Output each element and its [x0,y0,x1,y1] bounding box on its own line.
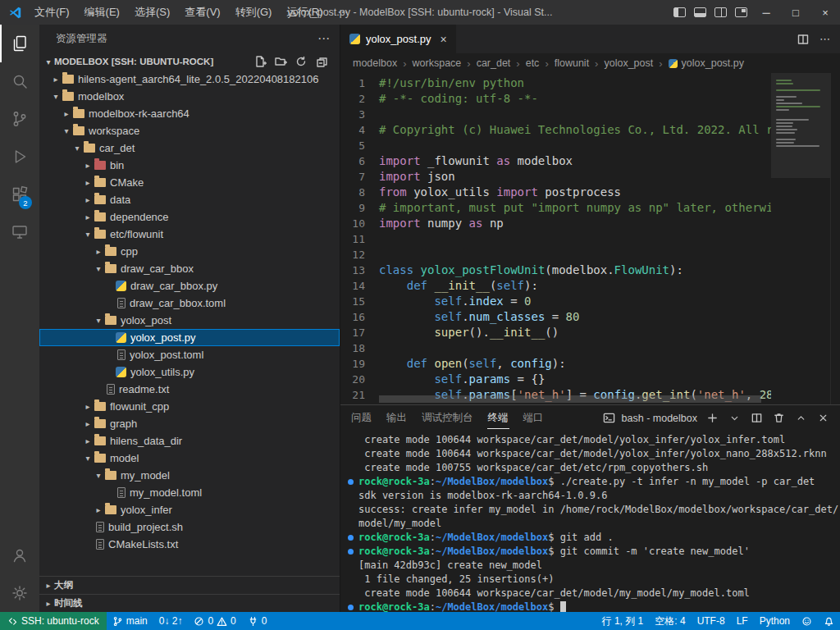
tree-item-cpp[interactable]: ▸cpp [39,243,340,260]
explorer-section-header[interactable]: ▾ MODELBOX [SSH: UBUNTU-ROCK] [39,52,340,71]
indentation[interactable]: 空格: 4 [649,612,691,630]
tree-item-draw-car-bbox-py[interactable]: draw_car_bbox.py [39,277,340,294]
new-terminal-icon[interactable] [705,411,719,426]
menu-view[interactable]: 查看(V) [177,0,227,25]
customize-layout-icon[interactable] [735,7,747,17]
code-line[interactable]: 13class yolox_postFlowUnit(modelbox.Flow… [340,262,771,278]
maximize-panel-icon[interactable] [793,411,808,426]
code-line[interactable]: 6import _flowunit as modelbox [340,153,771,169]
more-actions-icon[interactable]: ⋯ [819,33,830,45]
split-editor-icon[interactable] [797,33,810,46]
code-line[interactable]: 5 [340,138,771,153]
tree-item-draw-car-bbox[interactable]: ▾draw_car_bbox [39,260,340,277]
menu-go[interactable]: 转到(G) [228,0,280,25]
breadcrumb-item[interactable]: modelbox [353,57,397,69]
close-tab-icon[interactable]: × [441,33,447,46]
tree-item-car-det[interactable]: ▾car_det [39,139,340,157]
sync-indicator[interactable]: 0↓ 2↑ [153,612,189,630]
menu-file[interactable]: 文件(F) [27,0,77,25]
code-line[interactable]: 15 self.index = 0 [340,294,771,309]
tree-item-hilens-data-dir[interactable]: ▸hilens_data_dir [39,432,340,450]
tree-item-draw-car-bbox-toml[interactable]: draw_car_bbox.toml [39,294,340,312]
breadcrumb-item[interactable]: workspace [413,57,462,69]
menu-selection[interactable]: 选择(S) [127,0,177,25]
code-editor[interactable]: 1#!/usr/bin/env python2# -*- coding: utf… [340,73,840,404]
timeline-section[interactable]: ▸ 时间线 [39,594,340,612]
kill-terminal-icon[interactable] [771,411,786,426]
collapse-all-icon[interactable] [315,55,328,68]
tree-item-workspace[interactable]: ▾workspace [39,122,340,139]
tree-item-readme-txt[interactable]: readme.txt [39,381,340,398]
minimap[interactable] [771,73,830,404]
new-folder-icon[interactable] [274,55,287,68]
close-panel-icon[interactable] [815,411,830,426]
tree-item-my-model[interactable]: ▾my_model [39,467,340,484]
horizontal-scrollbar[interactable] [379,395,761,403]
tree-item-flowunit-cpp[interactable]: ▸flowunit_cpp [39,398,340,415]
tree-item-bin[interactable]: ▸bin [39,157,340,174]
explorer-icon[interactable] [0,25,39,62]
search-icon[interactable] [0,62,39,100]
tab-debug-console[interactable]: 调试控制台 [421,407,474,429]
tree-item-modelbox-rk-aarch64[interactable]: ▸modelbox-rk-aarch64 [39,105,340,122]
tree-item-yolox-infer[interactable]: ▸yolox_infer [39,501,340,518]
code-line[interactable]: 20 self.params = {} [340,372,771,387]
code-line[interactable]: 12 [340,247,771,262]
command-decoration-icon[interactable] [348,605,354,610]
tree-item-data[interactable]: ▸data [39,191,340,208]
terminal-picker[interactable]: bash - modelbox [602,411,697,426]
code-line[interactable]: 7import json [340,169,771,185]
tab-ports[interactable]: 端口 [523,407,545,429]
tree-item-cmake[interactable]: ▸CMake [39,174,340,191]
code-line[interactable]: 2# -*- coding: utf-8 -*- [340,91,771,107]
source-control-icon[interactable] [0,100,39,138]
code-line[interactable]: 11 [340,231,771,247]
tree-item-yolox-post[interactable]: ▾yolox_post [39,312,340,329]
remote-explorer-icon[interactable] [0,213,39,251]
breadcrumb-item[interactable]: car_det [477,57,511,69]
terminal-output[interactable]: create mode 100644 workspace/car_det/mod… [340,431,840,612]
tree-item-dependence[interactable]: ▸dependence [39,208,340,226]
tree-item-etc-flowunit[interactable]: ▾etc/flowunit [39,226,340,243]
menu-edit[interactable]: 编辑(E) [77,0,127,25]
breadcrumb-item[interactable]: yolox_post [604,57,653,69]
tree-item-yolox-utils-py[interactable]: yolox_utils.py [39,363,340,381]
vertical-scrollbar[interactable] [830,73,840,404]
language-mode[interactable]: Python [754,612,796,630]
code-line[interactable]: 17 super().__init__() [340,325,771,340]
maximize-button[interactable]: □ [781,0,810,25]
toggle-sidebar-icon[interactable] [673,7,686,17]
code-line[interactable]: 3 [340,107,771,122]
settings-gear-icon[interactable] [0,574,39,612]
problems-indicator[interactable]: 0 0 [188,612,241,630]
tab-yolox-post-py[interactable]: yolox_post.py × [340,25,456,53]
code-line[interactable]: 1#!/usr/bin/env python [340,75,771,91]
tree-item-graph[interactable]: ▸graph [39,415,340,432]
new-file-icon[interactable] [253,55,267,68]
remote-indicator[interactable]: SSH: ubuntu-rock [0,612,107,630]
code-line[interactable]: 18 [340,340,771,356]
breadcrumb-item[interactable]: flowunit [555,57,589,69]
branch-indicator[interactable]: main [107,612,153,630]
menu-run[interactable]: 运行(R) [279,0,330,25]
close-button[interactable]: × [810,0,840,25]
eol-sequence[interactable]: LF [731,612,754,630]
code-line[interactable]: 4# Copyright (c) Huawei Technologies Co.… [340,122,771,138]
tab-output[interactable]: 输出 [386,407,408,429]
minimize-button[interactable]: ─ [751,0,781,25]
menu-overflow-icon[interactable]: ⋯ [330,0,355,25]
code-area[interactable]: 1#!/usr/bin/env python2# -*- coding: utf… [340,73,771,404]
tree-item-my-model-toml[interactable]: my_model.toml [39,484,340,501]
tree-item-yolox-post-toml[interactable]: yolox_post.toml [39,346,340,363]
tree-item-hilens-agent-aarch64-lite-2-0-5-20220408182106[interactable]: ▸hilens-agent_aarch64_lite_2.0.5_2022040… [39,71,340,88]
tab-problems[interactable]: 问题 [350,407,372,429]
ports-indicator[interactable]: 0 [242,612,273,630]
breadcrumb-file[interactable]: yolox_post.py [669,57,744,69]
code-line[interactable]: 10import numpy as np [340,216,771,231]
command-decoration-icon[interactable] [348,549,354,555]
code-line[interactable]: 14 def __init__(self): [340,278,771,294]
cursor-position[interactable]: 行 1, 列 1 [596,612,650,630]
tree-item-modelbox[interactable]: ▾modelbox [39,88,340,105]
split-terminal-icon[interactable] [749,411,764,426]
run-debug-icon[interactable] [0,138,39,176]
